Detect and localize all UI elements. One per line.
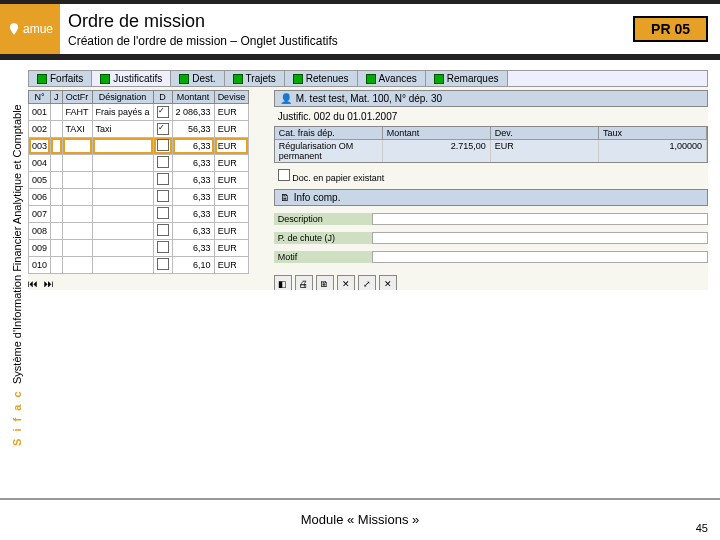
tab-remarques[interactable]: Remarques [426,71,508,86]
table-row[interactable]: 0096,33EUR [29,240,249,257]
table-row[interactable]: 0076,33EUR [29,206,249,223]
first-icon[interactable]: ⏮ [28,278,38,289]
page-number: 45 [696,522,708,534]
table-row[interactable]: 0056,33EUR [29,172,249,189]
table-row[interactable]: 0036,33EUR [29,138,249,155]
motif-field[interactable]: Motif [274,251,708,263]
doc-icon: 🗎 [280,192,290,203]
person-icon: 👤 [280,93,292,104]
page-title: Ordre de mission [68,11,633,32]
table-row[interactable]: 0086,33EUR [29,223,249,240]
justificatifs-grid[interactable]: N°JOctFrDésignationDMontantDevise 001FAH… [28,90,249,274]
table-row[interactable]: 0066,33EUR [29,189,249,206]
amount-subgrid: Cat. frais dép.MontantDev.Taux Régularis… [274,126,708,163]
chute-field[interactable]: P. de chute (J) [274,232,708,244]
table-row[interactable]: 002TAXITaxi56,33EUR [29,121,249,138]
tab-justificatifs[interactable]: Justificatifs [92,71,171,86]
amue-logo: amue [0,4,60,54]
justif-label: Justific. 002 du 01.01.2007 [274,111,708,122]
detail-header: 👤 M. test test, Mat. 100, N° dép. 30 [274,90,708,107]
last-icon[interactable]: ⏭ [44,278,54,289]
tab-avances[interactable]: Avances [358,71,426,86]
code-badge: PR 05 [633,16,708,42]
tab-trajets[interactable]: Trajets [225,71,285,86]
module-label: Module « Missions » [301,512,420,527]
tab-forfaits[interactable]: Forfaits [29,71,92,86]
info-comp-header: 🗎 Info comp. [274,189,708,206]
tab-retenues[interactable]: Retenues [285,71,358,86]
white-mask [28,290,708,480]
table-row[interactable]: 0046,33EUR [29,155,249,172]
tab-strip[interactable]: ForfaitsJustificatifsDest.TrajetsRetenue… [28,70,708,87]
description-field[interactable]: Description [274,213,708,225]
table-row[interactable]: 001FAHTFrais payés a2 086,33EUR [29,104,249,121]
tab-dest.[interactable]: Dest. [171,71,224,86]
paper-doc-checkbox[interactable]: Doc. en papier existant [274,167,708,185]
slide-footer: Module « Missions » 45 [0,498,720,540]
sidebar-label: S i f a c Système d'Information Financie… [4,70,24,480]
slide-header: amue Ordre de mission Création de l'ordr… [0,0,720,60]
table-row[interactable]: 0106,10EUR [29,257,249,274]
page-subtitle: Création de l'ordre de mission – Onglet … [68,34,633,48]
